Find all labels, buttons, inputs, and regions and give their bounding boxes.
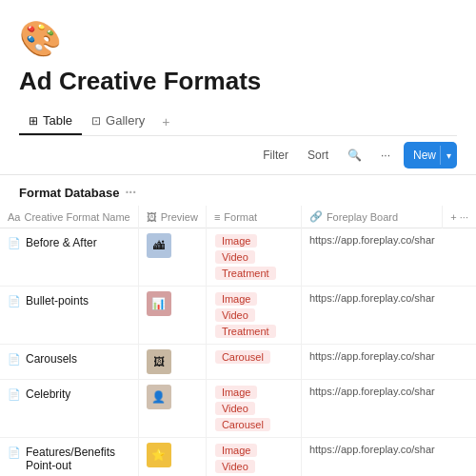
more-cols-icon: ··· — [460, 211, 468, 223]
row-name-text: Celebrity — [26, 387, 70, 401]
search-button[interactable]: 🔍 — [342, 146, 367, 165]
row-name-text: Bullet-points — [26, 294, 89, 307]
board-link[interactable]: https://app.foreplay.co/shar — [309, 350, 435, 362]
tag-video[interactable]: Video — [215, 250, 255, 264]
cell-board[interactable]: https://app.foreplay.co/shar — [301, 228, 442, 287]
tag-cell: Carousel — [214, 349, 293, 365]
tab-table[interactable]: ⊞ Table — [19, 108, 82, 135]
cell-board[interactable]: https://app.foreplay.co/shar — [301, 438, 442, 477]
tag-carousel[interactable]: Carousel — [215, 418, 270, 431]
add-property-icon: + — [450, 211, 456, 223]
row-name-text: Features/Benefits Point-out — [26, 446, 130, 472]
cell-preview: 🖼 — [138, 345, 206, 380]
add-view-button[interactable]: + — [154, 109, 177, 135]
table-icon: ⊞ — [29, 114, 38, 128]
page-title: Ad Creative Formats — [19, 67, 457, 96]
tag-video[interactable]: Video — [215, 460, 255, 473]
toolbar: Filter Sort 🔍 ··· New ▾ — [0, 136, 476, 175]
cell-format: Carousel — [206, 345, 301, 380]
toolbar-actions: Filter Sort 🔍 ··· New ▾ — [19, 142, 457, 169]
preview-thumbnail: ⭐ — [147, 443, 171, 467]
col-header-board: 🔗 Foreplay Board — [301, 206, 442, 228]
tag-cell: ImageVideoTreatment — [214, 233, 293, 281]
tag-video[interactable]: Video — [215, 308, 255, 322]
board-link[interactable]: https://app.foreplay.co/shar — [309, 444, 435, 455]
tab-gallery[interactable]: ⊡ Gallery — [82, 108, 154, 135]
preview-thumbnail: 🖼 — [147, 349, 171, 374]
cell-preview: 🏙 — [138, 228, 206, 287]
tag-cell: ImageVideoCarousel — [214, 385, 293, 432]
doc-icon: 📄 — [8, 353, 21, 366]
cell-format: ImageVideoCarousel — [206, 380, 301, 438]
new-button-arrow[interactable]: ▾ — [441, 150, 457, 161]
filter-button[interactable]: Filter — [257, 146, 294, 165]
table-row: 📄Celebrity👤ImageVideoCarouselhttps://app… — [0, 380, 476, 438]
search-icon: 🔍 — [347, 149, 362, 162]
doc-icon: 📄 — [8, 295, 21, 307]
preview-thumbnail: 📊 — [147, 291, 171, 316]
data-table: Aa Creative Format Name 🖼 Preview ≡ Form… — [0, 206, 476, 476]
tag-video[interactable]: Video — [215, 402, 255, 415]
more-options-button[interactable]: ··· — [375, 146, 396, 165]
new-button[interactable]: New ▾ — [404, 142, 457, 169]
col-header-format: ≡ Format — [206, 206, 301, 228]
col-board-icon: 🔗 — [309, 210, 323, 223]
database-options-button[interactable]: ··· — [125, 185, 136, 200]
tag-carousel[interactable]: Carousel — [215, 350, 270, 364]
cell-preview: ⭐ — [138, 438, 206, 477]
app-header: 🎨 Ad Creative Formats ⊞ Table ⊡ Gallery … — [0, 0, 476, 136]
tag-image[interactable]: Image — [215, 444, 258, 457]
database-header: Format Database ··· — [0, 175, 476, 206]
cell-name[interactable]: 📄Bullet-points — [0, 287, 138, 345]
col-header-name: Aa Creative Format Name — [0, 206, 138, 228]
preview-thumbnail: 👤 — [147, 385, 171, 409]
tag-treatment[interactable]: Treatment — [215, 325, 276, 338]
cell-format: ImageVideo — [206, 438, 301, 477]
tag-cell: ImageVideoTreatment — [214, 291, 293, 339]
tag-image[interactable]: Image — [215, 292, 258, 306]
page-emoji: 🎨 — [19, 19, 457, 59]
row-name-text: Before & After — [26, 236, 97, 249]
cell-name[interactable]: 📄Features/Benefits Point-out — [0, 438, 138, 477]
board-link[interactable]: https://app.foreplay.co/shar — [309, 386, 435, 397]
cell-board[interactable]: https://app.foreplay.co/shar — [301, 345, 442, 380]
table-header-row: Aa Creative Format Name 🖼 Preview ≡ Form… — [0, 206, 476, 228]
cell-preview: 📊 — [138, 287, 206, 345]
doc-icon: 📄 — [8, 237, 21, 249]
cell-board[interactable]: https://app.foreplay.co/shar — [301, 287, 442, 345]
table-row: 📄Bullet-points📊ImageVideoTreatmenthttps:… — [0, 287, 476, 345]
tab-table-label: Table — [43, 113, 72, 128]
cell-name[interactable]: 📄Carousels — [0, 345, 138, 380]
cell-board[interactable]: https://app.foreplay.co/shar — [301, 380, 442, 438]
row-name-text: Carousels — [26, 352, 77, 366]
cell-name[interactable]: 📄Before & After — [0, 228, 138, 287]
preview-thumbnail: 🏙 — [147, 233, 171, 258]
view-tabs: ⊞ Table ⊡ Gallery + — [19, 108, 457, 136]
table-container: Aa Creative Format Name 🖼 Preview ≡ Form… — [0, 206, 476, 476]
table-row: 📄Carousels🖼Carouselhttps://app.foreplay.… — [0, 345, 476, 380]
doc-icon: 📄 — [8, 388, 21, 401]
doc-icon: 📄 — [8, 446, 21, 459]
gallery-icon: ⊡ — [91, 114, 101, 128]
tag-image[interactable]: Image — [215, 234, 258, 248]
tab-gallery-label: Gallery — [106, 113, 145, 128]
board-link[interactable]: https://app.foreplay.co/shar — [309, 234, 435, 246]
tag-treatment[interactable]: Treatment — [215, 267, 276, 280]
col-add-property[interactable]: + ··· — [443, 206, 476, 228]
cell-format: ImageVideoTreatment — [206, 287, 301, 345]
table-row: 📄Before & After🏙ImageVideoTreatmenthttps… — [0, 228, 476, 287]
cell-format: ImageVideoTreatment — [206, 228, 301, 287]
database-title: Format Database — [19, 186, 119, 200]
tag-image[interactable]: Image — [215, 386, 258, 399]
col-format-icon: ≡ — [214, 211, 220, 223]
board-link[interactable]: https://app.foreplay.co/shar — [309, 292, 435, 304]
tag-cell: ImageVideo — [214, 443, 293, 474]
col-name-icon: Aa — [8, 211, 20, 223]
new-button-label: New — [413, 149, 440, 162]
cell-preview: 👤 — [138, 380, 206, 438]
table-row: 📄Features/Benefits Point-out⭐ImageVideoh… — [0, 438, 476, 477]
col-header-preview: 🖼 Preview — [138, 206, 206, 228]
cell-name[interactable]: 📄Celebrity — [0, 380, 138, 438]
sort-button[interactable]: Sort — [302, 146, 334, 165]
col-preview-icon: 🖼 — [147, 211, 157, 223]
